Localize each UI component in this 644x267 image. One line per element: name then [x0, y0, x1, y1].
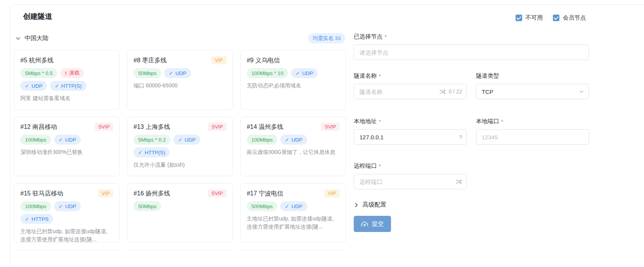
tag-label: UDP	[65, 137, 76, 143]
node-card[interactable]: #9 义乌电信100Mbps * 10✓UDP无防动态IP,必须用域名	[240, 50, 346, 110]
tag-label: HTTP(S)	[145, 150, 165, 155]
tunnel-name-input[interactable]	[354, 84, 467, 99]
tag-label: HTTPS	[32, 216, 48, 222]
protocol-tag: ✓UDP	[54, 135, 81, 145]
submit-label: 提交	[372, 220, 384, 228]
node-title: #8 枣庄多线	[133, 56, 166, 65]
node-desc: 主地址已封禁udp, 如需连接udp隧道, 连接方需使用扩展地址连接(隧...	[247, 215, 339, 231]
node-card-stub[interactable]	[127, 250, 233, 251]
check-icon: ✓	[25, 216, 29, 222]
node-title: #5 杭州多线	[20, 56, 53, 65]
node-card[interactable]: #12 南昌移动SVIP100Mbps✓UDP深圳移动涨价300%已替换	[14, 117, 120, 176]
protocol-tag: ✓HTTP(S)	[50, 81, 86, 91]
region-name: 中国大陆	[25, 34, 48, 42]
node-title: #15 驻马店移动	[20, 189, 63, 198]
region-collapse-toggle[interactable]: 中国大陆	[15, 34, 48, 42]
node-card-list: #5 杭州多线5Mbps * 0.5!满载✓UDP✓HTTP(S)阿里 建站需备…	[14, 50, 346, 251]
filter-unavailable[interactable]: 不可用	[516, 14, 543, 22]
node-desc: 无防动态IP,必须用域名	[247, 82, 339, 90]
checkbox-checked-icon[interactable]	[516, 15, 522, 21]
node-card-stub[interactable]	[14, 250, 120, 251]
tunnel-form: 已选择节点 * 隧道名称 * 0 / 22 隧道类型	[354, 32, 589, 232]
selected-node-label: 已选择节点 *	[354, 32, 589, 41]
check-icon: ✓	[138, 150, 142, 155]
node-title: #12 南昌移动	[20, 123, 57, 131]
node-desc: 端口 60000-65000	[133, 82, 226, 90]
advanced-config-toggle[interactable]: 高级配置	[354, 201, 589, 209]
tag-label: 500Mbps	[251, 204, 273, 209]
protocol-tag: ✓UDP	[54, 201, 81, 211]
vip-badge: VIP	[98, 189, 113, 197]
protocol-tag: ✓HTTP(S)	[133, 147, 170, 157]
node-card[interactable]: #5 杭州多线5Mbps * 0.5!满载✓UDP✓HTTP(S)阿里 建站需备…	[14, 50, 120, 110]
filter-member-nodes[interactable]: 会员节点	[553, 14, 586, 22]
tunnel-type-select[interactable]: TCP	[476, 84, 589, 99]
node-card[interactable]: #14 温州多线SVIP100Mbps✓UDP南京虚假300G冒烟了，让它休息休…	[240, 117, 346, 176]
bandwidth-tag: 100Mbps	[20, 201, 51, 211]
chevron-down-icon	[15, 36, 21, 41]
region-header: 中国大陆 均需实名 33	[15, 33, 345, 43]
remote-port-input[interactable]	[354, 174, 467, 189]
tag-label: 100Mbps	[25, 204, 47, 209]
tag-label: 100Mbps * 10	[251, 70, 283, 76]
svip-badge: SVIP	[321, 123, 339, 131]
tag-label: UDP	[302, 70, 313, 76]
check-icon: ✓	[169, 70, 173, 76]
node-desc: 深圳移动涨价300%已替换	[20, 148, 113, 156]
tag-label: UDP	[185, 137, 196, 143]
local-port-label: 本地端口 *	[476, 117, 589, 125]
bandwidth-tag: 100Mbps	[20, 135, 51, 145]
selected-node-input[interactable]	[354, 45, 589, 60]
node-card[interactable]: #8 枣庄多线VIP50Mbps✓UDP端口 60000-65000	[127, 50, 233, 110]
bandwidth-tag: 100Mbps * 10	[247, 68, 288, 78]
tag-label: 满载	[69, 70, 79, 77]
tag-label: 100Mbps	[251, 137, 273, 143]
filter-label: 会员节点	[563, 14, 586, 22]
tag-label: 100Mbps	[25, 137, 47, 143]
required-mark: *	[501, 118, 503, 125]
chevron-down-icon	[579, 89, 584, 94]
check-icon: ✓	[296, 70, 300, 76]
local-addr-label: 本地地址 *	[354, 117, 467, 125]
check-icon: ✓	[178, 137, 182, 143]
protocol-tag: ✓HTTPS	[20, 214, 53, 224]
tag-label: UDP	[291, 137, 303, 143]
bandwidth-tag: 500Mbps	[247, 201, 278, 211]
protocol-tag: ✓UDP	[164, 68, 191, 78]
protocol-tag: ✓UDP	[291, 68, 318, 78]
node-title: #13 上海多线	[133, 123, 170, 131]
node-desc: 南京虚假300G冒烟了，让它休息休息	[247, 148, 339, 156]
node-card[interactable]: #17 宁波电信VIP500Mbps✓UDP主地址已封禁udp, 如需连接udp…	[240, 183, 346, 243]
tunnel-name-label: 隧道名称 *	[354, 72, 467, 80]
bandwidth-tag: 5Mbps * 0.5	[20, 68, 57, 78]
realname-count-badge: 均需实名 33	[308, 33, 345, 43]
check-icon: ✓	[285, 137, 289, 143]
node-title: #14 温州多线	[247, 123, 283, 131]
node-desc: 阿里 建站需备案域名	[20, 94, 113, 102]
svip-badge: SVIP	[95, 123, 113, 131]
tag-label: 50Mbps	[138, 204, 156, 209]
check-icon: ✓	[59, 204, 63, 209]
bandwidth-tag: 5Mbps * 0.2	[133, 135, 170, 145]
checkbox-checked-icon[interactable]	[553, 15, 559, 21]
svip-badge: SVIP	[208, 189, 226, 197]
node-card[interactable]: #15 驻马店移动VIP100Mbps✓UDP✓HTTPS主地址已封禁udp, …	[14, 183, 120, 243]
node-card[interactable]: #16 扬州多线SVIP50Mbps	[127, 183, 233, 243]
local-port-input[interactable]	[476, 129, 589, 145]
advanced-config-label: 高级配置	[363, 201, 386, 209]
filter-label: 不可用	[526, 14, 543, 22]
protocol-tag: ✓UDP	[20, 81, 47, 91]
node-card-stub[interactable]	[240, 250, 346, 251]
local-addr-input[interactable]	[354, 129, 467, 145]
node-title: #16 扬州多线	[133, 189, 170, 198]
tag-label: 5Mbps * 0.5	[25, 70, 53, 76]
check-icon: ✓	[285, 204, 289, 209]
required-mark: *	[384, 33, 387, 40]
node-card[interactable]: #13 上海多线SVIP5Mbps * 0.2✓UDP✓HTTP(S)仅允许小流…	[127, 117, 233, 176]
node-title: #17 宁波电信	[247, 189, 283, 198]
submit-button[interactable]: 提交	[354, 216, 391, 232]
vip-badge: VIP	[211, 56, 226, 64]
required-mark: *	[379, 163, 381, 169]
bandwidth-tag: 50Mbps	[133, 68, 161, 78]
check-icon: ✓	[25, 83, 29, 89]
